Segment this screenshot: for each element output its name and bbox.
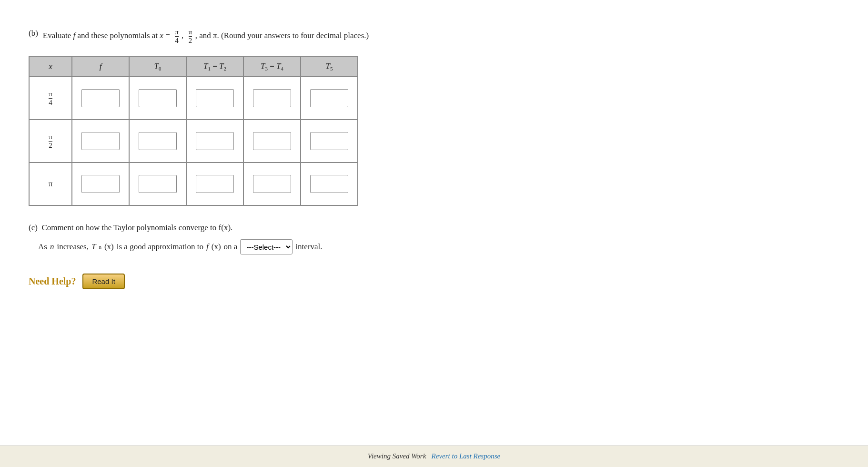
t34-input-row3[interactable] xyxy=(253,175,291,193)
t12-cell-row2[interactable] xyxy=(186,120,243,162)
part-c-description: Comment on how the Taylor polynomials co… xyxy=(41,223,232,232)
t5-cell-row1[interactable] xyxy=(301,77,358,120)
t0-input-row1[interactable] xyxy=(139,89,177,107)
fraction-pi-2: π 2 xyxy=(189,29,192,44)
frac1-denominator: 4 xyxy=(175,37,179,44)
evaluation-table: x f T0 T1 = T2 T3 = T4 T5 xyxy=(29,56,358,206)
n-variable: n xyxy=(50,242,54,252)
x-variable: x xyxy=(160,31,163,40)
footer: Viewing Saved Work Revert to Last Respon… xyxy=(0,445,868,467)
header-t0: T0 xyxy=(129,56,186,77)
t12-cell-row1[interactable] xyxy=(186,77,243,120)
tn-variable: T xyxy=(91,242,96,252)
t0-cell-row3[interactable] xyxy=(129,162,186,205)
read-it-button[interactable]: Read It xyxy=(82,274,124,289)
t0-input-row3[interactable] xyxy=(139,175,177,193)
part-c-title: (c) Comment on how the Taylor polynomial… xyxy=(29,223,839,233)
t0-input-row2[interactable] xyxy=(139,132,177,150)
table-row: π xyxy=(29,162,358,205)
table-body: π 4 xyxy=(29,77,358,205)
t34-cell-row3[interactable] xyxy=(243,162,301,205)
n-subscript: n xyxy=(99,244,101,250)
frac1-numerator: π xyxy=(175,29,179,37)
part-c-section: (c) Comment on how the Taylor polynomial… xyxy=(29,223,839,254)
row1-x-den: 4 xyxy=(49,99,52,106)
header-t34: T3 = T4 xyxy=(243,56,301,77)
header-t12: T1 = T2 xyxy=(186,56,243,77)
t0-cell-row1[interactable] xyxy=(129,77,186,120)
x-cell-row1: π 4 xyxy=(29,77,72,120)
header-x: x xyxy=(29,56,72,77)
t34-input-row2[interactable] xyxy=(253,132,291,150)
x-cell-row3: π xyxy=(29,162,72,205)
t12-input-row3[interactable] xyxy=(196,175,234,193)
t34-cell-row1[interactable] xyxy=(243,77,301,120)
table-header-row: x f T0 T1 = T2 T3 = T4 T5 xyxy=(29,56,358,77)
table-row: π 4 xyxy=(29,77,358,120)
f-input-row2[interactable] xyxy=(81,132,120,150)
sentence-as: As xyxy=(38,242,47,252)
footer-text: Viewing Saved Work xyxy=(368,452,426,460)
part-c-sentence: As n increases, Tn(x) is a good approxim… xyxy=(38,239,839,254)
need-help-section: Need Help? Read It xyxy=(29,274,839,289)
part-b-description: (b) Evaluate f and these polynomials at … xyxy=(29,29,839,44)
row2-x-num: π xyxy=(49,133,52,142)
t0-cell-row2[interactable] xyxy=(129,120,186,162)
fx-paren: (x) xyxy=(212,242,221,252)
t12-input-row2[interactable] xyxy=(196,132,234,150)
table-row: π 2 xyxy=(29,120,358,162)
part-c-label: (c) xyxy=(29,223,38,232)
part-b-text-start: Evaluate f and these polynomials at x = … xyxy=(43,29,369,44)
header-f: f xyxy=(72,56,129,77)
header-t5: T5 xyxy=(301,56,358,77)
f-cell-row2[interactable] xyxy=(72,120,129,162)
revert-link[interactable]: Revert to Last Response xyxy=(432,452,501,460)
sentence-good-approx: is a good approximation to xyxy=(117,242,203,252)
interval-select[interactable]: ---Select--- larger smaller wider narrow… xyxy=(240,239,293,254)
row2-x-den: 2 xyxy=(49,142,52,149)
t12-cell-row3[interactable] xyxy=(186,162,243,205)
f-input-row3[interactable] xyxy=(81,175,120,193)
x-cell-row2: π 2 xyxy=(29,120,72,162)
part-b-label: (b) xyxy=(29,29,38,38)
t5-cell-row3[interactable] xyxy=(301,162,358,205)
need-help-label: Need Help? xyxy=(29,276,76,287)
t5-input-row2[interactable] xyxy=(310,132,348,150)
table-header: x f T0 T1 = T2 T3 = T4 T5 xyxy=(29,56,358,77)
x-fraction-pi4: π 4 xyxy=(49,91,52,106)
fx-text: f xyxy=(206,242,209,252)
sentence-interval: interval. xyxy=(295,242,322,252)
x-fraction-pi2: π 2 xyxy=(49,133,52,149)
f-variable: f xyxy=(73,31,76,40)
row1-x-num: π xyxy=(49,91,52,99)
fraction-pi-4: π 4 xyxy=(175,29,179,44)
frac2-numerator: π xyxy=(189,29,192,37)
f-cell-row3[interactable] xyxy=(72,162,129,205)
part-b-section: (b) Evaluate f and these polynomials at … xyxy=(29,29,839,206)
x-paren: (x) xyxy=(104,242,114,252)
t5-cell-row2[interactable] xyxy=(301,120,358,162)
frac2-denominator: 2 xyxy=(189,37,192,44)
t12-input-row1[interactable] xyxy=(196,89,234,107)
t34-input-row1[interactable] xyxy=(253,89,291,107)
t5-input-row3[interactable] xyxy=(310,175,348,193)
sentence-on-a: on a xyxy=(224,242,238,252)
f-cell-row1[interactable] xyxy=(72,77,129,120)
t5-input-row1[interactable] xyxy=(310,89,348,107)
t34-cell-row2[interactable] xyxy=(243,120,301,162)
sentence-increases: increases, xyxy=(57,242,89,252)
f-input-row1[interactable] xyxy=(81,89,120,107)
